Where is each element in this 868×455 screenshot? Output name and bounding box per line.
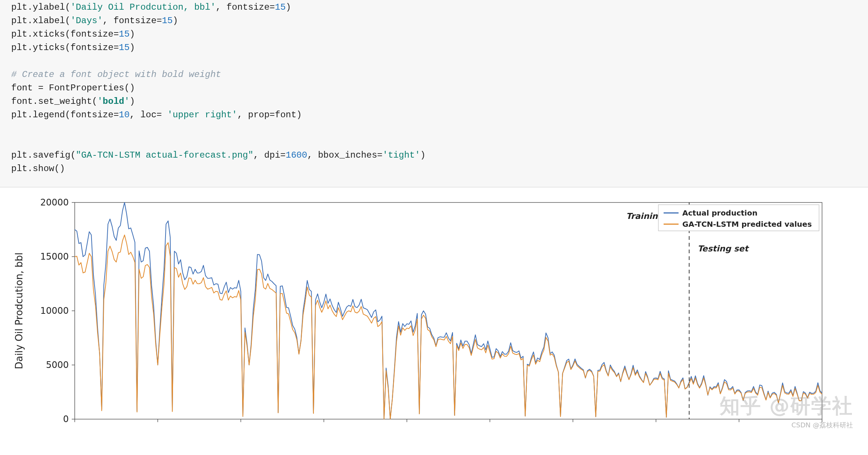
svg-text:5000: 5000 (46, 360, 69, 370)
svg-text:10000: 10000 (40, 306, 69, 316)
forecast-chart: 05000100001500020000Daily Oil Prodcution… (0, 188, 868, 435)
svg-text:0: 0 (63, 414, 69, 424)
svg-text:20000: 20000 (40, 197, 69, 208)
page-root: plt.ylabel('Daily Oil Prodcution, bbl', … (0, 0, 868, 455)
svg-text:Testing set: Testing set (698, 244, 750, 253)
code-cell: plt.ylabel('Daily Oil Prodcution, bbl', … (0, 0, 868, 187)
output-cell: 05000100001500020000Daily Oil Prodcution… (0, 187, 868, 435)
code-block: plt.ylabel('Daily Oil Prodcution, bbl', … (11, 1, 868, 176)
svg-text:Daily Oil Prodcution, bbl: Daily Oil Prodcution, bbl (13, 253, 25, 369)
svg-text:15000: 15000 (40, 251, 69, 262)
svg-text:GA-TCN-LSTM predicted values: GA-TCN-LSTM predicted values (682, 220, 812, 229)
svg-text:Actual production: Actual production (682, 208, 757, 217)
